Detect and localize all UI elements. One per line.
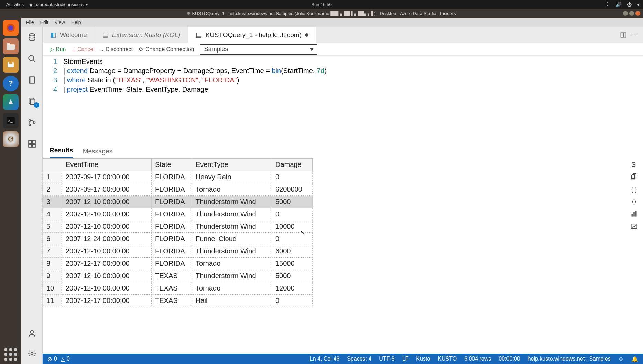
cell-state[interactable]: FLORIDA	[152, 183, 192, 196]
cell-state[interactable]: TEXAS	[152, 295, 192, 307]
menu-view[interactable]: View	[55, 20, 65, 25]
activities-button[interactable]: Activities	[3, 2, 26, 7]
cell-eventtype[interactable]: Hail	[192, 295, 272, 307]
rownum-cell[interactable]: 2	[43, 183, 62, 196]
cell-damage[interactable]: 5000	[272, 270, 313, 282]
rownum-cell[interactable]: 9	[43, 270, 62, 282]
cell-state[interactable]: FLORIDA	[152, 258, 192, 270]
cell-damage[interactable]: 0	[272, 171, 313, 183]
cell-damage[interactable]: 0	[272, 233, 313, 245]
menu-file[interactable]: File	[26, 20, 34, 25]
search-icon[interactable]	[27, 54, 37, 64]
change-connection-button[interactable]: ⟳ Change Connection	[139, 46, 194, 53]
tab-extension[interactable]: ▤ Extension: Kusto (KQL)	[95, 27, 188, 43]
cell-damage[interactable]: 12000	[272, 282, 313, 295]
disconnect-button[interactable]: ⫰ Disconnect	[101, 46, 133, 53]
feedback-icon[interactable]: ☺	[618, 356, 624, 362]
cell-eventtime[interactable]: 2007-12-10 00:00:00	[62, 208, 152, 220]
status-warnings[interactable]: △ 0	[61, 356, 70, 362]
code-content[interactable]: StormEvents| extend Damage = DamagePrope…	[63, 57, 327, 143]
cell-eventtime[interactable]: 2007-12-17 00:00:00	[62, 258, 152, 270]
table-row[interactable]: 12007-09-17 00:00:00FLORIDAHeavy Rain0	[43, 171, 313, 183]
connections-icon[interactable]	[27, 32, 37, 43]
status-cursor[interactable]: Ln 4, Col 46	[310, 356, 339, 362]
chart-icon[interactable]	[630, 210, 638, 218]
table-row[interactable]: 92007-12-10 00:00:00TEXASThunderstorm Wi…	[43, 270, 313, 282]
table-row[interactable]: 112007-12-17 00:00:00TEXASHail0	[43, 295, 313, 307]
cell-damage[interactable]: 6200000	[272, 183, 313, 196]
table-row[interactable]: 42007-12-10 00:00:00FLORIDAThunderstorm …	[43, 208, 313, 220]
status-engine[interactable]: KUSTO	[438, 356, 457, 362]
rownum-cell[interactable]: 8	[43, 258, 62, 270]
bell-icon[interactable]: 🔔	[631, 356, 638, 362]
dock-software-updater[interactable]	[3, 131, 19, 147]
cell-eventtype[interactable]: Tornado	[192, 183, 272, 196]
cell-damage[interactable]: 15000	[272, 258, 313, 270]
chevron-down-icon[interactable]: ▾	[637, 2, 640, 7]
cell-eventtype[interactable]: Thunderstorm Wind	[192, 196, 272, 208]
tab-query[interactable]: ▤ KUSTOQuery_1 - help.k...ft.com)	[188, 27, 316, 43]
code-editor[interactable]: 1 2 3 4 StormEvents| extend Damage = Dam…	[43, 56, 643, 143]
cell-state[interactable]: FLORIDA	[152, 245, 192, 258]
maximize-button[interactable]	[629, 11, 634, 16]
rownum-cell[interactable]: 4	[43, 208, 62, 220]
save-excel-icon[interactable]: 🗐	[630, 173, 638, 181]
volume-icon[interactable]: 🔊	[615, 2, 621, 7]
dock-software[interactable]	[3, 57, 19, 73]
rownum-cell[interactable]: 10	[43, 282, 62, 295]
cell-damage[interactable]: 5000	[272, 196, 313, 208]
menu-help[interactable]: Help	[71, 20, 81, 25]
col-eventtype[interactable]: EventType	[192, 159, 272, 171]
explorer-icon[interactable]: 1	[27, 96, 37, 106]
dock-firefox[interactable]	[3, 20, 19, 36]
power-icon[interactable]: ⏻	[627, 2, 632, 7]
network-icon[interactable]: ⡇	[607, 2, 610, 7]
close-button[interactable]	[635, 11, 640, 16]
cell-state[interactable]: FLORIDA	[152, 233, 192, 245]
cell-state[interactable]: FLORIDA	[152, 196, 192, 208]
status-errors[interactable]: ⊘ 0	[47, 356, 57, 362]
dock-terminal[interactable]: >_	[3, 113, 19, 128]
cell-eventtype[interactable]: Thunderstorm Wind	[192, 220, 272, 233]
system-indicators[interactable]: ⡇ 🔊 ⏻ ▾	[607, 2, 640, 7]
status-eol[interactable]: LF	[402, 356, 409, 362]
cell-eventtime[interactable]: 2007-12-10 00:00:00	[62, 245, 152, 258]
visualizer-icon[interactable]	[630, 222, 638, 230]
extensions-icon[interactable]	[27, 139, 37, 149]
rownum-cell[interactable]: 6	[43, 233, 62, 245]
col-damage[interactable]: Damage	[272, 159, 313, 171]
source-control-icon[interactable]	[27, 117, 37, 128]
table-row[interactable]: 52007-12-10 00:00:00FLORIDAThunderstorm …	[43, 220, 313, 233]
cell-state[interactable]: TEXAS	[152, 270, 192, 282]
cell-eventtype[interactable]: Thunderstorm Wind	[192, 245, 272, 258]
rownum-cell[interactable]: 5	[43, 220, 62, 233]
table-row[interactable]: 22007-09-17 00:00:00FLORIDATornado620000…	[43, 183, 313, 196]
cell-eventtype[interactable]: Funnel Cloud	[192, 233, 272, 245]
rownum-cell[interactable]: 7	[43, 245, 62, 258]
account-icon[interactable]	[27, 328, 37, 339]
col-state[interactable]: State	[152, 159, 192, 171]
clock[interactable]: Sun 10:50	[311, 2, 331, 7]
cell-damage[interactable]: 10000	[272, 220, 313, 233]
cell-eventtype[interactable]: Thunderstorm Wind	[192, 270, 272, 282]
cell-state[interactable]: FLORIDA	[152, 208, 192, 220]
cell-eventtime[interactable]: 2007-12-10 00:00:00	[62, 270, 152, 282]
run-button[interactable]: ▷ Run	[50, 46, 66, 53]
rownum-cell[interactable]: 3	[43, 196, 62, 208]
dock-help[interactable]: ?	[3, 76, 19, 91]
status-encoding[interactable]: UTF-8	[379, 356, 394, 362]
tab-welcome[interactable]: ◧ Welcome	[43, 27, 95, 43]
dock-azure-data-studio[interactable]	[3, 94, 19, 110]
cell-state[interactable]: FLORIDA	[152, 220, 192, 233]
rownum-cell[interactable]: 1	[43, 171, 62, 183]
cancel-button[interactable]: □ Cancel	[72, 46, 94, 53]
save-xml-icon[interactable]: ⟨⟩	[630, 197, 638, 206]
dock-files[interactable]	[3, 38, 19, 54]
table-row[interactable]: 102007-12-10 00:00:00TEXASTornado12000	[43, 282, 313, 295]
cell-eventtime[interactable]: 2007-12-10 00:00:00	[62, 282, 152, 295]
table-row[interactable]: 62007-12-24 00:00:00FLORIDAFunnel Cloud0	[43, 233, 313, 245]
cell-eventtype[interactable]: Heavy Rain	[192, 171, 272, 183]
save-csv-icon[interactable]: 🗎	[630, 160, 638, 169]
cell-eventtime[interactable]: 2007-09-17 00:00:00	[62, 183, 152, 196]
status-elapsed[interactable]: 00:00:00	[499, 356, 520, 362]
